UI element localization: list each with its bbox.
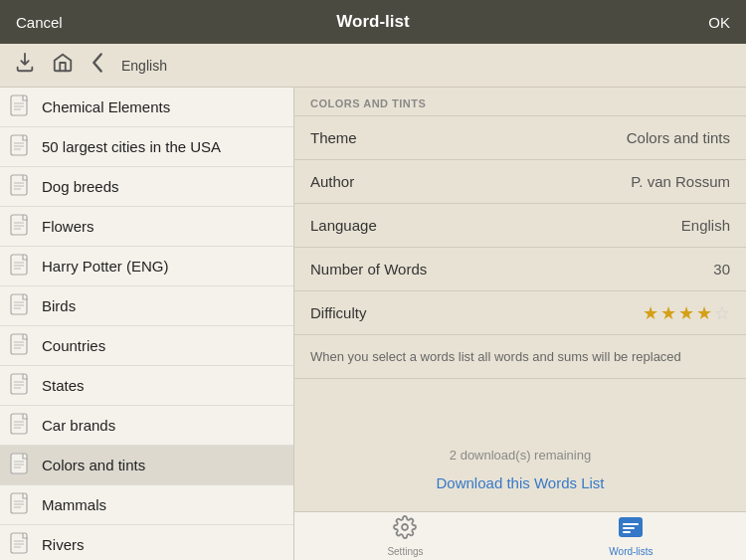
list-item[interactable]: Birds <box>0 286 293 326</box>
main-content: Chemical Elements 50 largest cities in t… <box>0 88 746 560</box>
detail-header: COLORS AND TINTS <box>294 88 746 116</box>
ok-button[interactable]: OK <box>708 14 730 31</box>
list-item-label: Rivers <box>42 536 85 553</box>
document-icon <box>10 532 32 558</box>
star-1: ★ <box>643 302 658 324</box>
download-icon[interactable] <box>10 48 40 83</box>
words-value: 30 <box>713 261 730 278</box>
svg-rect-16 <box>11 255 27 275</box>
tab-wordlists[interactable]: Word-lists <box>593 511 668 560</box>
download-link[interactable]: Download this Words List <box>437 474 605 491</box>
svg-rect-56 <box>623 531 631 533</box>
downloads-remaining: 2 download(s) remaining <box>450 448 591 463</box>
svg-rect-28 <box>11 374 27 394</box>
detail-panel: COLORS AND TINTS Theme Colors and tints … <box>294 88 746 560</box>
list-item-label: 50 largest cities in the USA <box>42 138 221 155</box>
svg-rect-4 <box>11 135 27 155</box>
star-4: ★ <box>696 302 712 324</box>
document-icon <box>10 293 32 319</box>
document-icon <box>10 333 32 359</box>
list-item-label: Mammals <box>42 496 106 513</box>
back-icon[interactable] <box>86 48 109 83</box>
list-item-label: States <box>42 377 85 394</box>
svg-rect-0 <box>11 95 27 115</box>
svg-rect-55 <box>623 527 635 529</box>
words-label: Number of Words <box>310 261 427 278</box>
list-item-label: Harry Potter (ENG) <box>42 258 169 275</box>
document-icon <box>10 373 32 399</box>
list-item[interactable]: Flowers <box>0 207 293 247</box>
wordlists-tab-label: Word-lists <box>609 546 653 557</box>
svg-rect-20 <box>11 294 27 314</box>
svg-rect-12 <box>11 215 27 235</box>
language-value: English <box>681 217 730 234</box>
theme-label: Theme <box>310 129 357 146</box>
author-value: P. van Rossum <box>631 173 730 190</box>
detail-row-difficulty: Difficulty ★ ★ ★ ★ ☆ <box>294 291 746 335</box>
document-icon <box>10 174 32 200</box>
list-item-label: Flowers <box>42 218 94 235</box>
detail-row-author: Author P. van Rossum <box>294 160 746 204</box>
detail-row-theme: Theme Colors and tints <box>294 116 746 160</box>
breadcrumb: English <box>121 58 167 74</box>
language-label: Language <box>310 217 377 234</box>
stars-container: ★ ★ ★ ★ ☆ <box>643 302 730 324</box>
list-item[interactable]: Mammals <box>0 485 293 525</box>
svg-rect-44 <box>11 533 27 553</box>
document-icon <box>10 413 32 439</box>
list-item[interactable]: Chemical Elements <box>0 88 293 127</box>
home-icon[interactable] <box>48 48 78 83</box>
settings-tab-label: Settings <box>387 546 423 557</box>
svg-rect-40 <box>11 493 27 513</box>
list-item[interactable]: Car brands <box>0 406 293 446</box>
document-icon <box>10 453 32 478</box>
svg-rect-8 <box>11 175 27 195</box>
star-5: ☆ <box>714 302 730 324</box>
tab-settings[interactable]: Settings <box>371 511 439 560</box>
nav-title: Word-list <box>336 12 409 32</box>
author-label: Author <box>310 173 354 190</box>
svg-rect-32 <box>11 414 27 434</box>
bottom-tab-bar: Settings Word-lists <box>294 511 746 560</box>
nav-bar: Cancel Word-list OK <box>0 0 746 44</box>
cancel-button[interactable]: Cancel <box>16 14 63 31</box>
star-3: ★ <box>678 302 694 324</box>
toolbar: English <box>0 44 746 88</box>
svg-point-52 <box>402 524 408 530</box>
svg-rect-36 <box>11 454 27 473</box>
detail-row-words: Number of Words 30 <box>294 248 746 291</box>
list-item[interactable]: Dog breeds <box>0 167 293 207</box>
star-2: ★ <box>660 302 676 324</box>
list-panel: Chemical Elements 50 largest cities in t… <box>0 88 294 560</box>
document-icon <box>10 254 32 280</box>
theme-value: Colors and tints <box>627 129 730 146</box>
list-item-label: Colors and tints <box>42 457 145 473</box>
document-icon <box>10 214 32 240</box>
list-item[interactable]: Harry Potter (ENG) <box>0 247 293 286</box>
wordlists-icon <box>617 515 645 544</box>
list-item-label: Countries <box>42 337 105 354</box>
list-item-label: Birds <box>42 297 76 314</box>
difficulty-label: Difficulty <box>310 304 366 321</box>
document-icon <box>10 492 32 518</box>
list-item[interactable]: Countries <box>0 326 293 366</box>
document-icon <box>10 94 32 120</box>
detail-notice: When you select a words list all words a… <box>294 335 746 379</box>
gear-icon <box>393 515 417 544</box>
list-item[interactable]: Colors and tints <box>0 446 293 485</box>
list-item-label: Dog breeds <box>42 178 119 195</box>
svg-rect-24 <box>11 334 27 354</box>
list-item[interactable]: States <box>0 366 293 406</box>
document-icon <box>10 134 32 160</box>
list-item-label: Car brands <box>42 417 115 434</box>
svg-rect-54 <box>623 523 639 525</box>
list-item[interactable]: Rivers <box>0 525 293 560</box>
detail-row-language: Language English <box>294 204 746 248</box>
list-item[interactable]: 50 largest cities in the USA <box>0 127 293 167</box>
list-item-label: Chemical Elements <box>42 98 170 115</box>
